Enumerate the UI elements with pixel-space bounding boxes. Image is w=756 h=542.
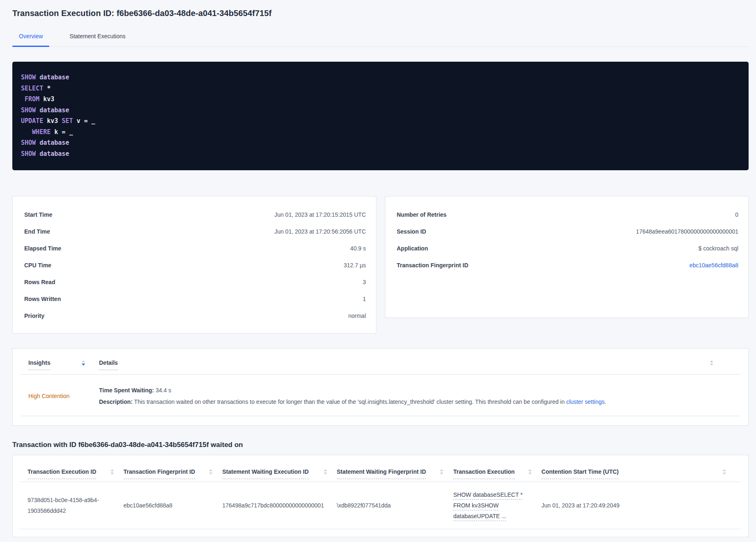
stat-label: Rows Read [24,279,55,285]
sort-icon [528,469,532,475]
waited-on-section-title: Transaction with ID f6be6366-da03-48de-a… [12,440,749,449]
sql-line: UPDATE kv3 SET v = _ [21,117,95,125]
stat-row: Elapsed Time40.9 s [24,240,366,257]
stat-value: normal [348,313,366,319]
stat-label: Session ID [397,228,426,235]
column-header-label: Contention Start Time (UTC) [542,468,619,479]
stat-label: End Time [24,228,50,235]
insight-description: Description: This transaction waited on … [99,396,738,408]
sql-line: SHOW database [21,139,69,146]
stat-value: 1 [363,296,366,302]
transaction-execution-link[interactable]: SHOW databaseSELECT * FROM kv3SHOW datab… [453,491,523,519]
stat-value: 40.9 s [350,245,366,252]
execution-stats-card: Start TimeJun 01, 2023 at 17:20:15:2015 … [12,196,376,334]
sort-icon[interactable] [710,360,713,366]
sort-icon [324,469,327,475]
column-header-statement-waiting-fingerprint-id[interactable]: Statement Waiting Fingerprint ID [337,468,454,479]
column-header-label: Transaction Execution [453,468,514,479]
transaction-details-page: Transaction Execution ID: f6be6366-da03-… [0,8,756,537]
stat-value: Jun 01, 2023 at 17:20:15:2015 UTC [274,211,366,218]
stat-row: Rows Written1 [24,290,366,307]
stat-value: Jun 01, 2023 at 17:20:56:2056 UTC [274,228,366,235]
stat-label: Rows Written [24,296,61,302]
column-header-transaction-execution-id[interactable]: Transaction Execution ID [28,468,124,479]
column-header-statement-waiting-execution-id[interactable]: Statement Waiting Execution ID [222,468,337,479]
stat-row: Rows Read3 [24,273,366,290]
execution-meta-card: Number of Retries0Session ID17648a9eea60… [385,196,749,318]
insight-name-badge: High Contention [28,384,85,408]
transaction-fingerprint-id-cell: ebc10ae56cfd88a8 [124,500,222,511]
waited-on-table-card: Transaction Execution IDTransaction Fing… [12,455,749,537]
divider [20,529,741,529]
statement-waiting-fingerprint-id-cell: \xdb8922f077541dda [337,500,454,511]
sql-line: SHOW database [21,150,69,158]
description-period: . [605,398,606,405]
time-spent-waiting-label: Time Spent Waiting: [99,387,154,394]
tab-overview[interactable]: Overview [12,27,49,46]
stat-label: Transaction Fingerprint ID [397,262,468,269]
insights-table-header: Insights Details [13,349,748,370]
column-header-label: Statement Waiting Fingerprint ID [337,468,426,479]
insights-card: Insights Details High Contention Time Sp… [12,348,749,426]
cluster-settings-link[interactable]: cluster settings [566,398,604,405]
stat-row: Start TimeJun 01, 2023 at 17:20:15:2015 … [24,206,366,223]
stat-row: End TimeJun 01, 2023 at 17:20:56:2056 UT… [24,223,366,240]
summary-cards-row: Start TimeJun 01, 2023 at 17:20:15:2015 … [12,196,749,334]
transaction-fingerprint-link[interactable]: ebc10ae56cfd88a8 [689,262,738,269]
table-row: 9738d051-bc0e-4158-a9b4-1903586ddd42ebc1… [13,482,748,529]
sql-line: WHERE k = _ [21,128,73,136]
transaction-execution-cell[interactable]: SHOW databaseSELECT * FROM kv3SHOW datab… [453,489,542,521]
stat-label: Application [397,245,428,252]
insights-column-header[interactable]: Insights [28,359,85,370]
tab-statement-executions[interactable]: Statement Executions [63,27,132,46]
stat-label: Number of Retries [397,211,447,218]
description-label: Description: [99,398,133,405]
stat-label: Elapsed Time [24,245,61,252]
tab-bar: OverviewStatement Executions [12,27,749,47]
insight-row: High Contention Time Spent Waiting: 34.4… [13,375,748,416]
column-header-label: Transaction Execution ID [28,468,96,479]
sort-icon [723,469,726,475]
page-title: Transaction Execution ID: f6be6366-da03-… [12,8,749,18]
stat-value: 0 [735,211,738,218]
column-header-contention-start-time-utc[interactable]: Contention Start Time (UTC) [542,468,738,479]
sql-statements-box: SHOW database SELECT * FROM kv3 SHOW dat… [12,62,749,170]
sql-line: SHOW database [21,74,69,81]
stat-label: CPU Time [24,262,51,269]
insight-details: Time Spent Waiting: 34.4 s Description: … [99,384,738,408]
stat-label: Start Time [24,211,52,218]
sort-icon [209,469,212,475]
statement-waiting-execution-id-cell: 176498a9c717bdc80000000000000001 [222,500,337,511]
spacer [13,416,748,425]
sort-icon [111,469,114,475]
stat-label: Priority [24,313,44,319]
sql-line: FROM kv3 [21,95,54,103]
sql-line: SHOW database [21,107,69,114]
description-text: This transaction waited on other transac… [134,398,566,405]
transaction-execution-id-cell: 9738d051-bc0e-4158-a9b4-1903586ddd42 [28,495,124,516]
stat-row: Session ID17648a9eea60178000000000000000… [397,223,739,240]
stat-row: Prioritynormal [24,307,366,324]
sql-line: SELECT * [21,85,51,92]
insights-column-label: Insights [28,359,51,370]
stat-value: 3 [363,279,366,285]
waited-on-table-header: Transaction Execution IDTransaction Fing… [13,455,748,479]
column-header-label: Transaction Fingerprint ID [124,468,195,479]
details-column-header: Details [99,359,738,370]
stat-value: $ cockroach sql [698,245,738,252]
details-column-label[interactable]: Details [99,359,118,370]
stat-row: Application$ cockroach sql [397,240,739,257]
contention-start-time-cell: Jun 01, 2023 at 17:20:49:2049 [542,500,738,511]
column-header-transaction-fingerprint-id[interactable]: Transaction Fingerprint ID [124,468,222,479]
stat-value: 17648a9eea6017800000000000000001 [636,228,738,235]
stat-row: CPU Time312.7 µs [24,257,366,273]
time-spent-waiting-value: 34.4 s [156,387,171,394]
stat-row: Number of Retries0 [397,206,739,223]
column-header-transaction-execution[interactable]: Transaction Execution [453,468,542,479]
sort-icon [440,469,443,475]
sort-icon[interactable] [82,360,85,366]
insight-time-spent-waiting: Time Spent Waiting: 34.4 s [99,384,738,396]
stat-value: 312.7 µs [344,262,366,269]
stat-row: Transaction Fingerprint IDebc10ae56cfd88… [397,257,739,273]
column-header-label: Statement Waiting Execution ID [222,468,309,479]
